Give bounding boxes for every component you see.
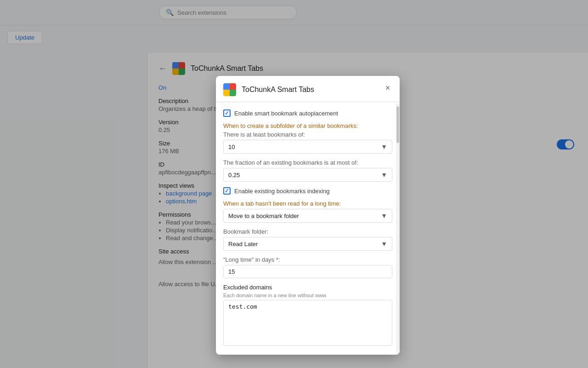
svg-rect-4 — [223, 83, 230, 90]
long-time-days-label: "Long time" in days *: — [223, 256, 392, 263]
excluded-domains-textarea[interactable]: test.com — [223, 300, 392, 346]
action-dropdown[interactable]: Move to a bookmark folder ▼ — [223, 209, 392, 223]
action-value: Move to a bookmark folder — [228, 213, 299, 219]
action-arrow-icon: ▼ — [381, 212, 387, 219]
bookmark-folder-label: Bookmark folder: — [223, 228, 392, 235]
smart-autoplacement-row[interactable]: ✓ Enable smart bookmark autoplacement — [223, 109, 392, 117]
excluded-domains-hint: Each domain name in a new line without w… — [223, 293, 392, 298]
long-time-days-input[interactable] — [223, 265, 392, 278]
close-button[interactable]: × — [382, 82, 393, 93]
settings-dialog: ToChunkA Smart Tabs × ✓ Enable smart boo… — [216, 76, 400, 355]
fraction-arrow-icon: ▼ — [381, 171, 387, 178]
fraction-dropdown[interactable]: 0.25 ▼ — [223, 168, 392, 182]
dialog-title: ToChunkA Smart Tabs — [242, 86, 392, 94]
fraction-label: The fraction of an existing bookmarks is… — [223, 159, 392, 166]
dialog-icon — [223, 83, 236, 96]
dialog-content: ✓ Enable smart bookmark autoplacement Wh… — [216, 106, 400, 355]
bookmark-folder-arrow-icon: ▼ — [381, 240, 387, 247]
dialog-header: ToChunkA Smart Tabs × — [216, 76, 400, 102]
min-bookmarks-value: 10 — [228, 144, 235, 150]
subfolder-section-label: When to create a subfolder of a similar … — [223, 122, 392, 129]
svg-rect-7 — [230, 90, 236, 96]
dialog-scrollbar-thumb[interactable] — [396, 106, 399, 143]
indexing-check-icon: ✓ — [225, 188, 229, 194]
smart-autoplacement-checkbox[interactable]: ✓ — [223, 109, 231, 117]
indexing-label: Enable existing bookmarks indexing — [234, 188, 329, 195]
svg-rect-6 — [223, 90, 230, 96]
long-time-section-label: When a tab hasn't been read for a long t… — [223, 200, 392, 207]
min-bookmarks-dropdown[interactable]: 10 ▼ — [223, 140, 392, 154]
fraction-value: 0.25 — [228, 172, 240, 178]
checkbox-check-icon: ✓ — [225, 110, 229, 116]
excluded-domains-label: Excluded domains — [223, 284, 392, 291]
dialog-scrollbar-track — [396, 104, 400, 355]
bookmark-folder-value: Read Later — [228, 241, 258, 247]
indexing-row[interactable]: ✓ Enable existing bookmarks indexing — [223, 187, 392, 195]
bookmark-folder-dropdown[interactable]: Read Later ▼ — [223, 237, 392, 251]
smart-autoplacement-label: Enable smart bookmark autoplacement — [234, 110, 338, 117]
indexing-checkbox[interactable]: ✓ — [223, 187, 231, 195]
min-bookmarks-label: There is at least bookmarks of: — [223, 131, 392, 138]
dialog-divider — [216, 102, 400, 102]
svg-rect-5 — [230, 83, 236, 90]
min-bookmarks-arrow-icon: ▼ — [381, 143, 387, 150]
